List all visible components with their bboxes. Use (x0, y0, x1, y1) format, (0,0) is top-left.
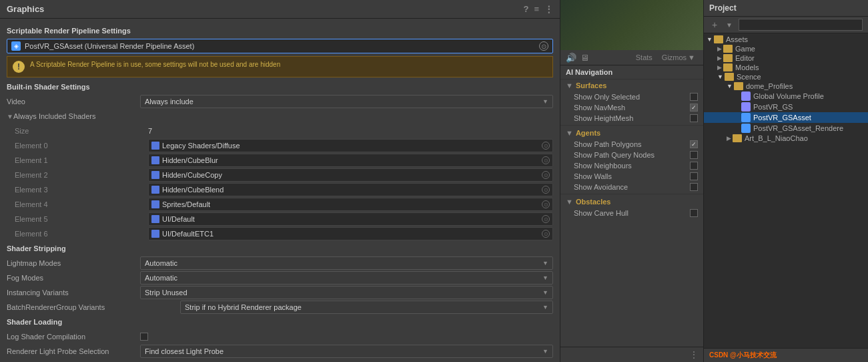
menu-icon[interactable]: ≡ (534, 4, 539, 14)
tree-art-bl-niaochao[interactable]: ▶ Art_B_L_NiaoChao (704, 134, 868, 143)
elem3-label: Element 3 (15, 186, 148, 194)
elem5-label: Element 5 (15, 215, 148, 223)
show-walls-item: Show Walls (560, 171, 703, 182)
batch-value: Strip if no Hybrid Renderer package (185, 303, 542, 311)
asset-field[interactable]: ◈ PostVR_GSAsset (Universal Render Pipel… (7, 39, 553, 53)
assets-folder-icon (714, 35, 723, 43)
csdn-watermark: CSDN @小马技术交流 (704, 348, 868, 362)
elem1-circle[interactable]: ⊙ (542, 156, 550, 164)
show-walls-checkbox[interactable] (690, 172, 698, 180)
show-heightmesh-checkbox[interactable] (690, 114, 698, 122)
elem1-label: Element 1 (15, 156, 148, 164)
show-path-query-nodes-label: Show Path Query Nodes (574, 151, 690, 159)
add-icon[interactable]: + (709, 19, 720, 30)
elem4-circle[interactable]: ⊙ (542, 200, 550, 208)
elem6-field[interactable]: UI/DefaultETC1 ⊙ (148, 227, 553, 240)
elem3-circle[interactable]: ⊙ (542, 186, 550, 194)
probe-dropdown[interactable]: Find closest Light Probe ▼ (140, 345, 553, 358)
elem6-icon (151, 230, 159, 238)
tree-postvr-gsasset[interactable]: PostVR_GSAsset → (704, 112, 868, 123)
show-path-polygons-checkbox[interactable]: ✓ (690, 140, 698, 148)
nav-more-icon[interactable]: ⋮ (690, 350, 698, 359)
video-dropdown[interactable]: Always include ▼ (140, 95, 553, 108)
log-shader-checkbox[interactable] (140, 333, 148, 341)
video-value: Always include (145, 98, 542, 106)
lightmap-dropdown[interactable]: Automatic ▼ (140, 256, 553, 270)
more-icon[interactable]: ⋮ (544, 4, 553, 14)
tree-postvr-gsasset-rendere[interactable]: PostVR_GSAsset_Rendere (704, 123, 868, 134)
game-folder-icon (723, 45, 733, 53)
show-neighbours-checkbox[interactable] (690, 162, 698, 170)
elem3-field[interactable]: Hidden/CubeBlend ⊙ (148, 183, 553, 196)
element-row-0: Element 0 Legacy Shaders/Diffuse ⊙ (15, 139, 553, 152)
fog-row: Fog Modes Automatic ▼ (7, 271, 553, 285)
always-included-row: ▼ Always Included Shaders (7, 110, 553, 123)
fog-label: Fog Modes (7, 274, 140, 282)
dome-triangle: ▼ (727, 83, 733, 89)
surfaces-header[interactable]: ▼ Surfaces (560, 79, 703, 92)
elem2-label: Element 2 (15, 171, 148, 179)
warning-box: ! A Scriptable Render Pipeline is in use… (7, 56, 553, 77)
agents-triangle: ▼ (566, 129, 573, 137)
show-navmesh-checkbox[interactable]: ✓ (690, 104, 698, 112)
instancing-row: Instancing Variants Strip Unused ▼ (7, 286, 553, 299)
elem0-circle[interactable]: ⊙ (542, 142, 550, 150)
tree-assets[interactable]: ▼ Assets (704, 35, 868, 44)
tree-postvr-gs[interactable]: PostVR_GS (704, 102, 868, 112)
speaker-icon[interactable]: 🔊 (566, 53, 576, 63)
tree-global-volume[interactable]: Global Volume Profile (704, 91, 868, 102)
warning-text: A Scriptable Render Pipeline is in use, … (30, 61, 280, 68)
show-avoidance-label: Show Avoidance (574, 183, 690, 191)
fog-dropdown[interactable]: Automatic ▼ (140, 271, 553, 285)
elem1-field[interactable]: Hidden/CubeBlur ⊙ (148, 154, 553, 167)
elem1-icon (151, 156, 159, 164)
elem0-label: Element 0 (15, 142, 148, 150)
elem4-icon (151, 200, 159, 208)
elem2-field[interactable]: Hidden/CubeCopy ⊙ (148, 168, 553, 182)
fog-value: Automatic (145, 274, 542, 282)
elem5-circle[interactable]: ⊙ (542, 215, 550, 223)
show-heightmesh-label: Show HeightMesh (574, 114, 690, 122)
tree-models[interactable]: ▶ Models (704, 63, 868, 72)
show-neighbours-item: Show Neighbours (560, 160, 703, 171)
tree-dome-profiles[interactable]: ▼ dome_Profiles (704, 81, 868, 91)
panel-content: Scriptable Render Pipeline Settings ◈ Po… (0, 19, 560, 362)
show-only-selected-checkbox[interactable] (690, 93, 698, 101)
tree-scence[interactable]: ▼ Scence (704, 72, 868, 81)
elem2-circle[interactable]: ⊙ (542, 171, 550, 179)
elem4-field[interactable]: Sprites/Default ⊙ (148, 198, 553, 211)
dome-label: dome_Profiles (746, 82, 793, 90)
show-carve-hull-checkbox[interactable] (690, 209, 698, 217)
elem0-field[interactable]: Legacy Shaders/Diffuse ⊙ (148, 139, 553, 152)
asset-name: PostVR_GSAsset (Universal Render Pipelin… (25, 42, 539, 50)
help-icon[interactable]: ? (523, 4, 528, 14)
global-volume-label: Global Volume Profile (753, 92, 824, 100)
batch-label: BatchRendererGroup Variants (7, 303, 180, 311)
element-row-6: Element 6 UI/DefaultETC1 ⊙ (15, 227, 553, 240)
show-navmesh-item: Show NavMesh ✓ (560, 102, 703, 113)
art-label: Art_B_L_NiaoChao (745, 134, 808, 142)
asset-select-circle[interactable]: ⊙ (539, 41, 548, 51)
show-avoidance-checkbox[interactable] (690, 183, 698, 191)
elem2-icon (151, 171, 159, 179)
monitor-icon[interactable]: 🖥 (580, 53, 589, 63)
art-triangle: ▶ (727, 135, 731, 142)
project-search[interactable] (739, 19, 863, 31)
obstacles-header[interactable]: ▼ Obstacles (560, 196, 703, 208)
editor-label: Editor (735, 54, 755, 62)
gizmos-button[interactable]: Gizmos ▼ (659, 52, 698, 63)
batch-dropdown[interactable]: Strip if no Hybrid Renderer package ▼ (180, 301, 553, 314)
tree-editor[interactable]: ▶ Editor (704, 53, 868, 63)
elem6-circle[interactable]: ⊙ (542, 230, 550, 238)
more-toolbar-icon[interactable]: ▼ (724, 19, 735, 30)
scence-triangle: ▼ (717, 73, 723, 80)
instancing-dropdown[interactable]: Strip Unused ▼ (140, 286, 553, 299)
agents-header[interactable]: ▼ Agents (560, 127, 703, 139)
stats-button[interactable]: Stats (633, 52, 655, 63)
elem5-field[interactable]: UI/Default ⊙ (148, 212, 553, 226)
surfaces-label: Surfaces (576, 81, 606, 89)
dome-folder-icon (734, 82, 743, 90)
tree-game[interactable]: ▶ Game (704, 44, 868, 53)
show-path-query-nodes-checkbox[interactable] (690, 151, 698, 159)
postvr-gs-label: PostVR_GS (753, 103, 793, 111)
